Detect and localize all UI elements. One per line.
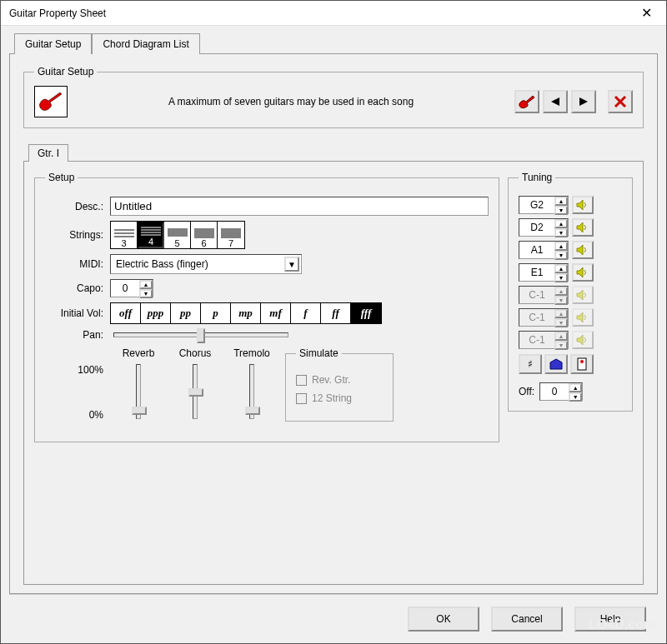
sharp-button[interactable]: ♯ xyxy=(519,354,542,374)
tuning-note-4-speaker-icon xyxy=(572,286,594,304)
off-down-icon[interactable]: ▼ xyxy=(569,392,582,402)
tuning-note-2-speaker-icon[interactable] xyxy=(572,241,594,259)
tuning-note-4-up-icon: ▲ xyxy=(554,287,568,296)
vol-off[interactable]: off xyxy=(111,303,141,323)
chorus-slider[interactable] xyxy=(193,364,198,419)
tuning-note-1-down-icon[interactable]: ▼ xyxy=(554,228,568,237)
rev-gtr-row[interactable]: Rev. Gtr. xyxy=(296,374,383,386)
tuning-note-5-down-icon: ▼ xyxy=(554,318,568,327)
toolbar-separator xyxy=(599,90,604,113)
inner-content: Setup Desc.: Strings: 3 4 5 6 xyxy=(23,161,644,585)
off-label: Off: xyxy=(519,386,534,397)
chorus-thumb[interactable] xyxy=(188,388,203,397)
off-up-icon[interactable]: ▲ xyxy=(569,383,582,392)
desc-row: Desc.: xyxy=(45,197,489,216)
tuning-note-4-value: C-1 xyxy=(519,287,554,303)
cancel-button[interactable]: Cancel xyxy=(491,607,563,632)
tuning-note-5-value: C-1 xyxy=(519,309,554,326)
vol-mp[interactable]: mp xyxy=(231,303,261,323)
tuning-note-0-down-icon[interactable]: ▼ xyxy=(554,206,568,215)
document-button[interactable] xyxy=(570,354,594,374)
header-row: A maximum of seven guitars may be used i… xyxy=(34,86,633,117)
rev-gtr-checkbox[interactable] xyxy=(296,375,307,386)
tab-chord-diagram-list[interactable]: Chord Diagram List xyxy=(92,33,199,54)
strings-opt-5[interactable]: 5 xyxy=(164,222,191,248)
close-icon[interactable]: ✕ xyxy=(629,5,663,21)
next-arrow-icon[interactable] xyxy=(571,90,596,113)
tremolo-thumb[interactable] xyxy=(245,407,260,415)
tuning-note-3-spinbox[interactable]: E1▲▼ xyxy=(519,263,569,282)
pan-slider[interactable] xyxy=(113,332,288,337)
strings-opt-7[interactable]: 7 xyxy=(218,222,244,248)
window: Guitar Property Sheet ✕ Guitar Setup Cho… xyxy=(0,0,667,644)
tuning-note-2-down-icon[interactable]: ▼ xyxy=(554,251,568,260)
strings-label: Strings: xyxy=(45,229,110,241)
window-title: Guitar Property Sheet xyxy=(9,7,106,19)
tuning-note-1-up-icon[interactable]: ▲ xyxy=(554,219,568,228)
inner-tabstrip: Gtr. I xyxy=(23,144,644,162)
off-spinbox[interactable]: 0 ▲▼ xyxy=(539,382,583,401)
pan-row: Pan: xyxy=(45,329,489,341)
strings-picker[interactable]: 3 4 5 6 7 xyxy=(110,221,245,249)
help-button[interactable]: Help xyxy=(574,607,646,632)
vol-fff[interactable]: fff xyxy=(351,303,381,323)
vol-ppp[interactable]: ppp xyxy=(141,303,171,323)
tuning-note-2-spinbox[interactable]: A1▲▼ xyxy=(519,241,569,259)
strings-opt-6[interactable]: 6 xyxy=(191,222,218,248)
tremolo-slider[interactable] xyxy=(249,364,254,419)
vol-f[interactable]: f xyxy=(291,303,321,323)
vol-pp[interactable]: pp xyxy=(171,303,201,323)
tuning-note-1-value: D2 xyxy=(519,219,554,236)
pan-thumb[interactable] xyxy=(197,328,205,343)
prev-arrow-icon[interactable] xyxy=(543,90,568,113)
volume-picker[interactable]: off ppp pp p mp mf f ff fff xyxy=(110,302,382,324)
tuning-note-1-spinbox[interactable]: D2▲▼ xyxy=(519,218,569,237)
button-bar: OK Cancel Help xyxy=(9,594,658,643)
tab-guitar-setup[interactable]: Guitar Setup xyxy=(14,33,92,54)
tab-gtr-1[interactable]: Gtr. I xyxy=(28,144,68,162)
tuning-note-3-speaker-icon[interactable] xyxy=(572,263,594,282)
library-button[interactable] xyxy=(544,354,568,374)
strings-opt-3[interactable]: 3 xyxy=(111,222,138,248)
off-value: 0 xyxy=(540,383,569,400)
midi-dropdown[interactable]: Electric Bass (finger) ▼ xyxy=(110,254,302,274)
desc-input[interactable] xyxy=(110,197,489,216)
tuning-note-3-down-icon[interactable]: ▼ xyxy=(554,273,568,282)
reverb-slider[interactable] xyxy=(136,364,141,419)
tab-content: Guitar Setup A maximum of seven guitars … xyxy=(9,53,658,594)
tuning-note-5-speaker-icon xyxy=(572,308,594,327)
tuning-row-1: D2▲▼ xyxy=(519,218,622,237)
tuning-note-3-up-icon[interactable]: ▲ xyxy=(554,264,568,273)
main-tabstrip: Guitar Setup Chord Diagram List xyxy=(9,33,658,54)
midi-row: MIDI: Electric Bass (finger) ▼ xyxy=(45,254,489,274)
tuning-note-1-speaker-icon[interactable] xyxy=(572,218,594,237)
tuning-row-0: G2▲▼ xyxy=(519,196,622,214)
tuning-note-6-spinbox: C-1▲▼ xyxy=(519,331,569,349)
effects-0-label: 0% xyxy=(45,409,103,421)
toolbar-guitar-button[interactable] xyxy=(514,90,539,113)
tuning-note-2-up-icon[interactable]: ▲ xyxy=(554,242,568,251)
setup-legend: Setup xyxy=(45,172,78,183)
reverb-thumb[interactable] xyxy=(132,407,147,415)
twelve-string-checkbox[interactable] xyxy=(296,393,307,404)
chevron-down-icon[interactable]: ▼ xyxy=(284,257,299,272)
right-column: Tuning G2▲▼D2▲▼A1▲▼E1▲▼C-1▲▼C-1▲▼C-1▲▼ ♯ xyxy=(508,172,633,574)
initvol-label: Initial Vol: xyxy=(45,307,110,319)
twelve-string-row[interactable]: 12 String xyxy=(296,392,383,404)
vol-mf[interactable]: mf xyxy=(261,303,291,323)
capo-spinbox[interactable]: 0 ▲▼ xyxy=(110,279,153,297)
midi-value: Electric Bass (finger) xyxy=(116,258,208,270)
capo-down-icon[interactable]: ▼ xyxy=(139,289,153,298)
tuning-note-0-speaker-icon[interactable] xyxy=(572,196,594,214)
strings-opt-4[interactable]: 4 xyxy=(138,222,164,248)
vol-p[interactable]: p xyxy=(201,303,231,323)
ok-button[interactable]: OK xyxy=(408,607,479,632)
vol-ff[interactable]: ff xyxy=(321,303,351,323)
capo-up-icon[interactable]: ▲ xyxy=(139,280,153,289)
tuning-row-2: A1▲▼ xyxy=(519,241,622,259)
tuning-groupbox: Tuning G2▲▼D2▲▼A1▲▼E1▲▼C-1▲▼C-1▲▼C-1▲▼ ♯ xyxy=(508,172,633,412)
tuning-note-0-up-icon[interactable]: ▲ xyxy=(554,197,568,206)
reverb-label: Reverb xyxy=(110,347,167,359)
tuning-note-0-spinbox[interactable]: G2▲▼ xyxy=(519,196,569,214)
delete-x-icon[interactable] xyxy=(608,90,633,113)
